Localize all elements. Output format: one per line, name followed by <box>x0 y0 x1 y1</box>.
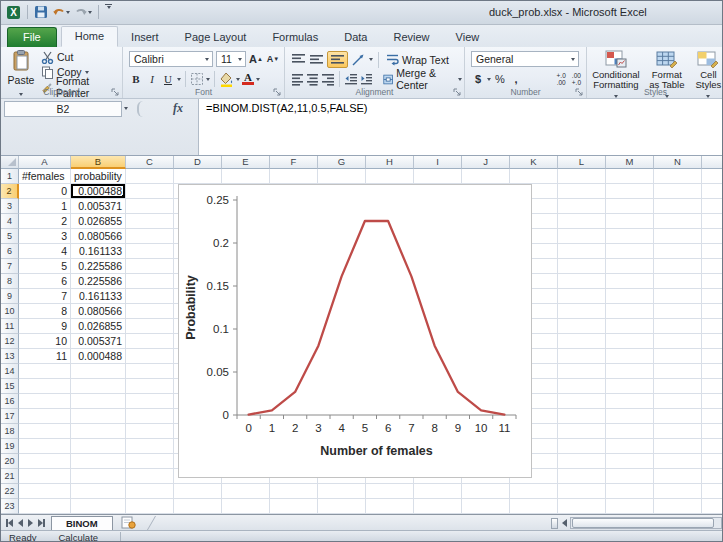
name-box[interactable]: B2 <box>4 101 122 117</box>
cell-C16[interactable] <box>126 394 174 409</box>
increase-indent-icon[interactable] <box>360 73 372 86</box>
column-header-F[interactable]: F <box>270 156 318 169</box>
cell-A18[interactable] <box>19 424 71 439</box>
italic-button[interactable]: I <box>145 71 159 87</box>
scrollbar-thumb[interactable] <box>572 518 714 528</box>
undo-icon[interactable] <box>52 4 70 20</box>
underline-dropdown[interactable] <box>177 78 181 81</box>
select-all-corner[interactable] <box>1 156 19 169</box>
cell-A22[interactable] <box>19 484 71 499</box>
cell-B2[interactable]: 0.000488 <box>71 184 126 199</box>
row-header-15[interactable]: 15 <box>1 379 19 394</box>
tab-formulas[interactable]: Formulas <box>259 28 331 47</box>
row-header-8[interactable]: 8 <box>1 274 19 289</box>
cell-M13[interactable] <box>606 349 654 364</box>
cell-N23[interactable] <box>654 499 702 514</box>
cell-M17[interactable] <box>606 409 654 424</box>
cell-N6[interactable] <box>654 244 702 259</box>
middle-align-icon[interactable] <box>309 53 324 66</box>
cell-B20[interactable] <box>71 454 126 469</box>
cell-M9[interactable] <box>606 289 654 304</box>
align-center-icon[interactable] <box>306 73 318 86</box>
row-header-11[interactable]: 11 <box>1 319 19 334</box>
cell-A11[interactable]: 9 <box>19 319 71 334</box>
cell-M21[interactable] <box>606 469 654 484</box>
cell-partial[interactable] <box>702 319 723 334</box>
cell-B11[interactable]: 0.026855 <box>71 319 126 334</box>
cell-L18[interactable] <box>558 424 606 439</box>
cell-C14[interactable] <box>126 364 174 379</box>
comma-style-button[interactable]: , <box>509 71 523 87</box>
cell-N13[interactable] <box>654 349 702 364</box>
cell-B17[interactable] <box>71 409 126 424</box>
cell-partial[interactable] <box>702 349 723 364</box>
cell-partial[interactable] <box>702 244 723 259</box>
row-header-9[interactable]: 9 <box>1 289 19 304</box>
cell-A6[interactable]: 4 <box>19 244 71 259</box>
cell-M14[interactable] <box>606 364 654 379</box>
cell-L19[interactable] <box>558 439 606 454</box>
row-header-12[interactable]: 12 <box>1 334 19 349</box>
next-sheet-icon[interactable] <box>28 519 33 527</box>
borders-icon[interactable] <box>190 72 204 86</box>
row-header-2[interactable]: 2 <box>1 184 19 199</box>
sheet-tab-binom[interactable]: BINOM <box>51 516 113 531</box>
column-header-C[interactable]: C <box>126 156 174 169</box>
cell-N3[interactable] <box>654 199 702 214</box>
alignment-dialog-launcher[interactable] <box>453 88 461 96</box>
cell-L4[interactable] <box>558 214 606 229</box>
cell-N21[interactable] <box>654 469 702 484</box>
cell-C6[interactable] <box>126 244 174 259</box>
cell-C15[interactable] <box>126 379 174 394</box>
cell-M11[interactable] <box>606 319 654 334</box>
column-header-K[interactable]: K <box>510 156 558 169</box>
cell-partial[interactable] <box>702 394 723 409</box>
cell-A16[interactable] <box>19 394 71 409</box>
cell-L14[interactable] <box>558 364 606 379</box>
scrollbar-splitter-handle[interactable] <box>551 518 558 529</box>
cell-C19[interactable] <box>126 439 174 454</box>
cell-C9[interactable] <box>126 289 174 304</box>
orientation-dropdown[interactable] <box>369 58 373 61</box>
cell-C5[interactable] <box>126 229 174 244</box>
cell-A20[interactable] <box>19 454 71 469</box>
cell-F22[interactable] <box>270 484 318 499</box>
font-color-icon[interactable]: A <box>242 73 254 85</box>
row-header-18[interactable]: 18 <box>1 424 19 439</box>
cell-M4[interactable] <box>606 214 654 229</box>
cell-A3[interactable]: 1 <box>19 199 71 214</box>
tab-file[interactable]: File <box>7 27 57 47</box>
cell-C2[interactable] <box>126 184 174 199</box>
first-sheet-icon[interactable] <box>6 519 13 527</box>
number-format-combo[interactable]: General <box>471 51 579 67</box>
cell-F23[interactable] <box>270 499 318 514</box>
column-header-E[interactable]: E <box>222 156 270 169</box>
cell-F1[interactable] <box>270 169 318 184</box>
row-header-14[interactable]: 14 <box>1 364 19 379</box>
cell-N4[interactable] <box>654 214 702 229</box>
cell-N12[interactable] <box>654 334 702 349</box>
previous-sheet-icon[interactable] <box>18 519 23 527</box>
cell-C3[interactable] <box>126 199 174 214</box>
cell-N18[interactable] <box>654 424 702 439</box>
cell-H23[interactable] <box>366 499 414 514</box>
column-header-H[interactable]: H <box>366 156 414 169</box>
cell-L15[interactable] <box>558 379 606 394</box>
cell-C4[interactable] <box>126 214 174 229</box>
fill-color-dropdown[interactable] <box>236 78 240 81</box>
bottom-align-button[interactable] <box>327 51 348 68</box>
cell-N15[interactable] <box>654 379 702 394</box>
cell-B12[interactable]: 0.005371 <box>71 334 126 349</box>
cell-C17[interactable] <box>126 409 174 424</box>
cell-E1[interactable] <box>222 169 270 184</box>
cell-D23[interactable] <box>174 499 222 514</box>
cell-partial[interactable] <box>702 304 723 319</box>
row-header-3[interactable]: 3 <box>1 199 19 214</box>
cell-N8[interactable] <box>654 274 702 289</box>
cell-N11[interactable] <box>654 319 702 334</box>
row-header-7[interactable]: 7 <box>1 259 19 274</box>
cell-A14[interactable] <box>19 364 71 379</box>
cell-M10[interactable] <box>606 304 654 319</box>
cell-C13[interactable] <box>126 349 174 364</box>
font-name-combo[interactable]: Calibri <box>129 51 213 67</box>
